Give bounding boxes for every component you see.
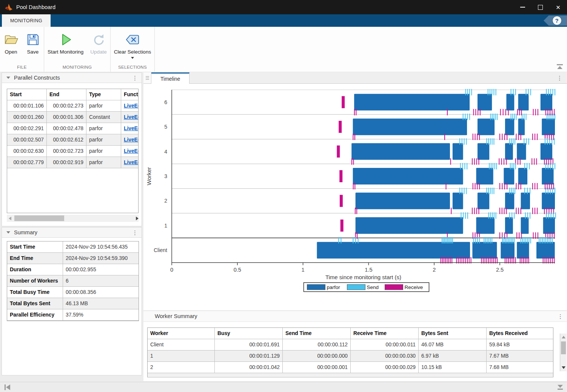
clear-selections-button[interactable]: Clear Selections [111,31,154,60]
update-icon [91,32,106,47]
table-cell: 00:00:01.042 [215,362,283,373]
matlab-logo-icon [5,3,13,11]
left-column: Parallel Constructs ⋮ StartEndTypeFuncti… [2,72,142,392]
svg-text:2: 2 [164,198,167,204]
minimize-button[interactable] [514,0,532,14]
summary-panel: Summary ⋮ Start Time2024-Nov-29 10:54:56… [2,227,142,375]
table-row[interactable]: 00:00:02.63000:00:02.723parforLiveEd [7,146,138,157]
summary-row: Number of Workers6 [7,275,139,287]
table-row[interactable]: 00:00:01.26000:00:01.306ConstantLiveEd [7,112,138,123]
summary-value: 00:00:08.356 [63,287,139,298]
table-cell: 00:00:02.723 [47,146,86,157]
table-row[interactable]: 00:00:01.10600:00:02.273parforLiveEd [7,100,138,112]
parallel-constructs-title: Parallel Constructs [14,75,60,81]
table-cell: parfor [86,123,121,134]
table-cell: 7.67 MB [487,350,552,361]
function-link[interactable]: LiveEd [124,148,138,154]
function-link[interactable]: LiveEd [124,160,138,165]
function-link-cell[interactable]: LiveEd [121,134,138,145]
function-link-cell[interactable]: LiveEd [121,157,138,168]
tab-monitoring[interactable]: MONITORING [2,14,51,27]
open-button[interactable]: Open [0,31,22,55]
kebab-menu-icon[interactable]: ⋮ [132,230,138,235]
worker-summary-header: Worker Summary ⋮ [143,311,567,322]
table-row[interactable]: 200:00:01.04200:00:00.00100:00:00.02910.… [148,362,553,373]
table-header-row: StartEndTypeFunction [7,89,138,100]
summary-label: Parallel Efficiency [7,309,63,320]
close-button[interactable]: ✕ [549,0,567,14]
help-button[interactable]: ? [544,15,567,26]
table-cell: 00:00:02.273 [47,100,86,111]
function-link-cell[interactable]: LiveEd [121,146,138,157]
svg-text:1: 1 [302,267,305,273]
help-icon: ? [552,16,562,25]
right-column: Timeline ⋮ 654321Client00.511.522.5Time … [143,72,567,392]
summary-value: 37.59% [63,309,139,320]
worker-summary-body: WorkerBusySend TimeReceive TimeBytes Sen… [143,322,567,381]
button-label: Update [90,49,107,55]
toolbar-group-monitoring: Start MonitoringUpdateMONITORING [44,27,111,72]
table-cell: 00:00:00.112 [283,339,351,350]
summary-row: Duration00:00:02.955 [7,264,139,275]
svg-text:5: 5 [164,124,167,130]
kebab-menu-icon[interactable]: ⋮ [558,314,563,319]
table-row[interactable]: Client00:00:01.69100:00:00.11200:00:00.0… [148,339,553,350]
svg-text:Receive: Receive [405,284,423,290]
collapse-panel-icon[interactable] [6,231,10,234]
kebab-menu-icon[interactable]: ⋮ [132,75,138,81]
collapse-bottom-panel-icon[interactable] [556,384,564,390]
scroll-up-icon[interactable] [562,336,565,338]
collapse-left-panel-icon[interactable] [4,384,11,390]
dropdown-caret-icon[interactable] [131,57,134,59]
worker-summary-table[interactable]: WorkerBusySend TimeReceive TimeBytes Sen… [147,327,553,377]
save-button[interactable]: Save [22,31,44,55]
table-row[interactable]: 00:00:02.50700:00:02.612parforLiveEd [7,134,138,146]
table-cell: 10.15 kB [419,362,487,373]
close-icon: ✕ [556,5,561,10]
summary-label: End Time [7,253,63,264]
function-link[interactable]: LiveEd [124,137,138,143]
horizontal-scrollbar[interactable] [7,215,139,222]
title-bar: Pool Dashboard ✕ [0,0,567,14]
summary-row: Total Busy Time00:00:08.356 [7,287,139,298]
function-link[interactable]: LiveEd [124,126,138,131]
table-row[interactable]: 00:00:02.29100:00:02.478parforLiveEd [7,123,138,134]
ribbon-tab-strip: MONITORING ? [0,14,567,27]
main-content: Parallel Constructs ⋮ StartEndTypeFuncti… [0,72,567,392]
ribbon-toolbar: OpenSaveFILEStart MonitoringUpdateMONITO… [0,27,567,72]
function-link-cell[interactable]: LiveEd [121,100,138,111]
scrollbar-thumb[interactable] [14,215,64,221]
function-link-cell[interactable]: LiveEd [121,112,138,123]
table-row[interactable]: 100:00:01.12900:00:00.00000:00:00.0306.9… [148,350,553,362]
function-link[interactable]: LiveEd [124,103,138,109]
vertical-scrollbar[interactable] [560,334,567,371]
summary-value: 2024-Nov-29 10:54:59.390 [63,253,139,264]
table-row[interactable]: 00:00:02.77900:00:02.919parforLiveEd [7,157,138,168]
function-link[interactable]: LiveEd [124,114,138,120]
toolbar-group-label: MONITORING [44,63,110,72]
column-header: Start [7,89,47,100]
collapse-panel-icon[interactable] [6,77,10,79]
svg-text:2.5: 2.5 [496,267,504,273]
worker-summary-title: Worker Summary [155,313,197,319]
collapse-ribbon-icon[interactable] [556,63,564,70]
window-title: Pool Dashboard [16,4,55,10]
scroll-left-icon[interactable] [7,217,13,220]
table-cell: parfor [86,100,121,111]
svg-text:4: 4 [164,149,167,155]
timeline-chart[interactable]: 654321Client00.511.522.5Time since monit… [143,72,567,312]
maximize-button[interactable] [532,0,549,14]
summary-title: Summary [14,229,37,235]
parallel-constructs-table[interactable]: StartEndTypeFunction00:00:01.10600:00:02… [7,89,139,213]
svg-text:Worker: Worker [146,167,152,185]
scrollbar-thumb[interactable] [561,341,566,354]
column-header: Function [121,89,138,100]
column-header: Bytes Sent [419,328,487,339]
start-monitoring-button[interactable]: Start Monitoring [44,31,87,55]
function-link-cell[interactable]: LiveEd [121,123,138,134]
summary-header: Summary ⋮ [2,228,142,238]
table-cell: 1 [148,350,215,361]
scroll-right-icon[interactable] [133,217,139,220]
open-folder-icon [3,32,18,47]
scroll-down-icon[interactable] [562,366,565,369]
